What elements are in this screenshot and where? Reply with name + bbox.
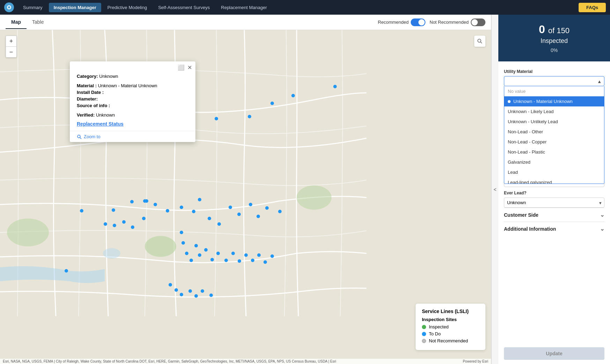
svg-point-62 (131, 225, 134, 229)
svg-point-22 (192, 210, 195, 213)
popup-verified: Verified: Unknown (77, 112, 188, 118)
panel-collapse-button[interactable]: < (491, 15, 498, 364)
ever-lead-select[interactable]: Unknown Yes No (504, 198, 604, 208)
svg-point-24 (208, 217, 211, 220)
dropdown-option-label-3: Unknown - Unlikely Lead (508, 119, 558, 124)
legend-label-inspected: Inspected (429, 324, 448, 329)
dropdown-option-non-lead-plastic[interactable]: Non-Lead - Plastic (504, 147, 604, 157)
svg-point-50 (263, 260, 267, 264)
svg-point-29 (256, 215, 260, 218)
svg-point-26 (229, 206, 232, 209)
svg-point-9 (215, 117, 218, 120)
nav-replacement-manager[interactable]: Replacement Manager (216, 3, 272, 12)
svg-point-12 (291, 94, 295, 97)
popup-source: Source of info : (77, 103, 188, 108)
utility-material-input[interactable] (504, 76, 604, 86)
svg-point-40 (198, 253, 201, 257)
dropdown-option-label-9: Lead-lined galvanized (508, 180, 552, 184)
popup-close-icon[interactable]: ✕ (187, 64, 192, 71)
dropdown-option-label-7: Galvanized (508, 159, 530, 165)
update-button[interactable]: Update (504, 347, 604, 360)
popup-header: ⬜ ✕ (70, 61, 195, 71)
svg-point-1 (8, 6, 10, 8)
svg-point-39 (194, 244, 198, 247)
map-container[interactable]: + − ⬜ ✕ Category: (0, 30, 491, 364)
svg-point-18 (142, 217, 146, 220)
legend-subtitle: Inspection Sites (422, 317, 479, 322)
svg-point-57 (201, 289, 204, 293)
selected-item-dot (508, 100, 511, 103)
svg-point-20 (166, 209, 169, 213)
popup-material: Material : Unknown - Material Unknown (77, 83, 188, 88)
zoom-in-button[interactable]: + (6, 36, 16, 46)
stats-of: of 150 (548, 26, 570, 35)
svg-point-63 (478, 39, 481, 42)
not-recommended-toggle-group: Not Recommended (430, 18, 485, 26)
legend-title: Service Lines (LSLI) (422, 309, 479, 314)
svg-point-34 (143, 199, 147, 203)
recommended-toggle-knob (418, 19, 425, 25)
stats-label: Inspected (504, 37, 604, 45)
legend-dot-todo (422, 332, 426, 336)
stats-count: 0 (539, 23, 545, 36)
svg-point-27 (237, 213, 241, 216)
zoom-out-button[interactable]: − (6, 47, 16, 57)
svg-point-5 (297, 185, 332, 210)
dropdown-option-unknown-unlikely-lead[interactable]: Unknown - Unlikely Lead (504, 117, 604, 127)
svg-point-49 (257, 253, 261, 257)
svg-point-59 (104, 222, 107, 226)
dropdown-option-non-lead-copper[interactable]: Non-Lead - Copper (504, 137, 604, 147)
svg-line-64 (481, 42, 482, 43)
svg-point-48 (251, 259, 254, 262)
nav-inspection-manager[interactable]: Inspection Manager (49, 3, 101, 12)
customer-side-label: Customer Side (504, 212, 538, 218)
dropdown-option-label-6: Non-Lead - Plastic (508, 149, 545, 155)
utility-material-dropdown-list: No value Unknown - Material Unknown Unkn… (504, 86, 604, 184)
nav-predictive-modeling[interactable]: Predictive Modeling (103, 3, 152, 12)
svg-point-51 (270, 254, 274, 258)
svg-point-60 (113, 224, 116, 227)
svg-point-55 (188, 289, 192, 293)
svg-point-46 (238, 259, 241, 263)
legend-item-not-recommended: Not Recommended (422, 338, 479, 343)
recommended-toggle[interactable] (411, 18, 425, 26)
svg-point-61 (122, 220, 126, 224)
dropdown-option-unknown-material-unknown[interactable]: Unknown - Material Unknown (504, 96, 604, 106)
popup-category-label: Category: (77, 74, 98, 79)
popup-expand-icon[interactable]: ⬜ (178, 64, 185, 71)
additional-info-section[interactable]: Additional Information ⌄ (504, 222, 604, 236)
popup-replacement-status-link[interactable]: Replacement Status (77, 121, 188, 127)
tab-map[interactable]: Map (6, 16, 27, 29)
svg-point-13 (333, 85, 337, 88)
popup-body: Category: Unknown Material : Unknown - M… (70, 71, 195, 131)
dropdown-option-galvanized[interactable]: Galvanized (504, 157, 604, 167)
map-legend: Service Lines (LSLI) Inspection Sites In… (416, 304, 485, 350)
svg-point-19 (154, 203, 157, 206)
svg-point-65 (77, 135, 80, 138)
dropdown-option-unknown-likely-lead[interactable]: Unknown - Likely Lead (504, 106, 604, 117)
legend-dot-inspected (422, 325, 426, 329)
main-layout: Map Table Recommended Not Recommended (0, 15, 610, 364)
popup-zoom-to[interactable]: Zoom to (70, 131, 195, 142)
app-logo (4, 2, 14, 12)
dropdown-option-lead[interactable]: Lead (504, 167, 604, 177)
dropdown-option-no-value[interactable]: No value (504, 86, 604, 96)
map-popup: ⬜ ✕ Category: Unknown Material : Unknown… (70, 61, 195, 142)
customer-side-section[interactable]: Customer Side ⌄ (504, 208, 604, 222)
svg-point-44 (224, 259, 228, 262)
dropdown-option-non-lead-other[interactable]: Non-Lead - Other (504, 127, 604, 137)
legend-dot-not-recommended (422, 339, 426, 343)
tab-table[interactable]: Table (27, 16, 49, 29)
popup-material-value: Unknown - Material Unknown (98, 83, 157, 88)
faqs-button[interactable]: FAQs (579, 3, 606, 12)
svg-point-30 (265, 206, 269, 210)
popup-install-date: Install Date : (77, 90, 188, 95)
nav-summary[interactable]: Summary (18, 3, 47, 12)
map-search-button[interactable] (474, 36, 485, 47)
popup-zoom-to-label: Zoom to (84, 134, 101, 139)
nav-self-assessment[interactable]: Self-Assessment Surveys (153, 3, 215, 12)
svg-point-3 (145, 236, 176, 257)
not-recommended-toggle[interactable] (471, 18, 485, 26)
dropdown-option-lead-lined[interactable]: Lead-lined galvanized (504, 177, 604, 184)
dropdown-option-label-8: Lead (508, 170, 518, 175)
